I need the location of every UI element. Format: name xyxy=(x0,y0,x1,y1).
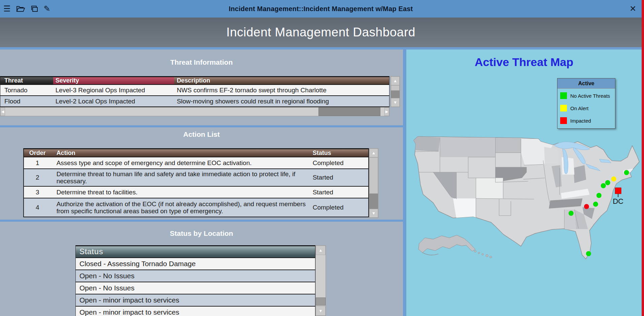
legend-item: Impacted xyxy=(560,117,612,124)
column-header-action[interactable]: Action xyxy=(51,149,309,157)
aleutian-islands xyxy=(422,253,438,255)
map-marker-impacted xyxy=(584,204,589,209)
status-table-vscrollbar[interactable]: ▲ ▼ xyxy=(315,245,326,316)
legend-label: No Active Threats xyxy=(570,93,610,99)
cell-action: Determine threat to facilities. xyxy=(51,187,309,198)
scroll-track[interactable] xyxy=(5,107,384,116)
cell-status: Completed xyxy=(309,198,368,217)
threat-table: Threat Severity Description Tornado Leve… xyxy=(0,76,389,107)
action-table-header: Order Action Status xyxy=(24,148,368,157)
column-header-severity[interactable]: Severity xyxy=(53,77,174,84)
scroll-right-icon[interactable]: ▶ xyxy=(384,107,389,116)
map-marker-no-active-threats xyxy=(586,251,591,256)
table-row[interactable]: Tornado Level-3 Regional Ops Impacted NW… xyxy=(0,85,389,96)
map-legend: Active No Active Threats On Alert Impact… xyxy=(557,78,615,129)
legend-item: No Active Threats xyxy=(560,92,612,99)
table-row[interactable]: 2 Determine threat to human life and saf… xyxy=(24,169,368,187)
threat-table-header: Threat Severity Description xyxy=(0,76,389,85)
scroll-left-icon[interactable]: ◀ xyxy=(0,107,5,116)
map-title: Active Threat Map xyxy=(406,56,642,69)
cell-order: 3 xyxy=(24,187,51,198)
cell-action: Authorize the activation of the EOC (if … xyxy=(51,198,309,217)
cell-severity: Level-2 Local Ops Impacted xyxy=(53,96,174,106)
scroll-thumb[interactable] xyxy=(391,85,400,91)
table-row[interactable]: Open - No Issues xyxy=(76,282,315,294)
cell-description: Slow-moving showers could result in regi… xyxy=(174,96,389,106)
threat-information-title: Threat Information xyxy=(0,58,403,66)
cell-status: Open - No Issues xyxy=(76,270,315,282)
action-table-vscrollbar[interactable]: ▲ ▼ xyxy=(369,148,378,218)
table-row[interactable]: Open - No Issues xyxy=(76,270,315,282)
cell-description: NWS confirms EF-2 tornado swept through … xyxy=(174,85,389,95)
scroll-track[interactable] xyxy=(391,85,400,98)
column-header-description[interactable]: Description xyxy=(174,77,389,84)
scroll-up-icon[interactable]: ▲ xyxy=(369,149,378,157)
cell-status: Closed - Assessing Tornado Damage xyxy=(76,258,315,270)
cell-status: Completed xyxy=(309,157,368,168)
table-row[interactable]: 1 Assess type and scope of emergency and… xyxy=(24,157,368,169)
threat-table-hscrollbar[interactable]: ◀ ▶ xyxy=(0,107,389,116)
action-list-title: Action List xyxy=(0,130,403,138)
cell-threat: Tornado xyxy=(0,85,53,95)
map-marker-no-active-threats xyxy=(593,202,598,207)
title-bar: ☰ ✎ Incident Management::Incident Manage… xyxy=(0,0,642,18)
legend-title: Active xyxy=(557,78,615,89)
us-threat-map: DC xyxy=(406,127,642,316)
scroll-up-icon[interactable]: ▲ xyxy=(316,246,326,255)
cell-order: 4 xyxy=(24,198,51,217)
legend-label: Impacted xyxy=(570,118,591,124)
table-row[interactable]: 3 Determine threat to facilities. Starte… xyxy=(24,187,368,198)
map-marker-no-active-threats xyxy=(601,183,606,188)
column-header-order[interactable]: Order xyxy=(24,149,51,157)
column-header-threat[interactable]: Threat xyxy=(0,77,53,84)
cell-order: 2 xyxy=(24,169,51,186)
status-by-location-title: Status by Location xyxy=(0,229,403,238)
hawaii xyxy=(474,250,492,258)
threat-table-vscrollbar[interactable]: ▲ ▼ xyxy=(391,76,400,107)
threat-information-panel: Threat Information Threat Severity Descr… xyxy=(0,50,403,125)
map-marker-no-active-threats xyxy=(624,170,629,175)
dc-marker: DC xyxy=(613,188,623,206)
cell-severity: Level-3 Regional Ops Impacted xyxy=(53,85,174,95)
table-row[interactable]: 4 Authorize the activation of the EOC (i… xyxy=(24,198,368,217)
column-header-status[interactable]: Status xyxy=(76,246,315,257)
status-by-location-panel: Status by Location Status Closed - Asses… xyxy=(0,222,403,316)
cell-order: 1 xyxy=(24,157,51,168)
cell-status: Open - No Issues xyxy=(76,282,315,294)
map-marker-no-active-threats xyxy=(597,193,602,198)
scroll-thumb[interactable] xyxy=(369,157,378,194)
table-row[interactable]: Open - minor impact to services xyxy=(76,307,315,316)
cell-status: Open - minor impact to services xyxy=(76,294,315,306)
scroll-thumb[interactable] xyxy=(318,107,380,116)
scroll-up-icon[interactable]: ▲ xyxy=(391,76,400,85)
cell-action: Determine threat to human life and safet… xyxy=(51,169,309,186)
dc-label: DC xyxy=(613,197,623,206)
column-header-status[interactable]: Status xyxy=(309,149,368,157)
cell-status: Started xyxy=(309,169,368,186)
table-row[interactable]: Flood Level-2 Local Ops Impacted Slow-mo… xyxy=(0,96,389,107)
table-row[interactable]: Closed - Assessing Tornado Damage xyxy=(76,258,315,270)
page-title: Incident Management Dashboard xyxy=(226,25,415,39)
app-window: ☰ ✎ Incident Management::Incident Manage… xyxy=(0,0,644,316)
table-row[interactable]: Open - minor impact to services xyxy=(76,294,315,307)
scroll-thumb[interactable] xyxy=(316,297,326,306)
map-marker-no-active-threats xyxy=(569,211,574,216)
scroll-track[interactable] xyxy=(316,255,326,306)
legend-label: On Alert xyxy=(570,105,588,111)
cell-threat: Flood xyxy=(0,96,53,106)
map-marker-no-active-threats xyxy=(605,180,610,185)
scroll-track[interactable] xyxy=(369,157,378,209)
cell-action: Assess type and scope of emergency and d… xyxy=(51,157,309,168)
status-table-header: Status xyxy=(76,245,315,258)
close-icon[interactable]: ✕ xyxy=(630,0,636,18)
action-table: Order Action Status 1 Assess type and sc… xyxy=(23,148,369,217)
cell-status: Started xyxy=(309,187,368,198)
status-location-table: Status Closed - Assessing Tornado Damage… xyxy=(75,245,315,316)
on-alert-swatch-icon xyxy=(560,105,567,112)
scroll-down-icon[interactable]: ▼ xyxy=(391,98,400,107)
impacted-swatch-icon xyxy=(560,117,567,124)
alaska xyxy=(418,235,475,253)
scroll-down-icon[interactable]: ▼ xyxy=(369,209,378,218)
cell-status: Open - minor impact to services xyxy=(76,307,315,316)
scroll-down-icon[interactable]: ▼ xyxy=(316,306,326,316)
